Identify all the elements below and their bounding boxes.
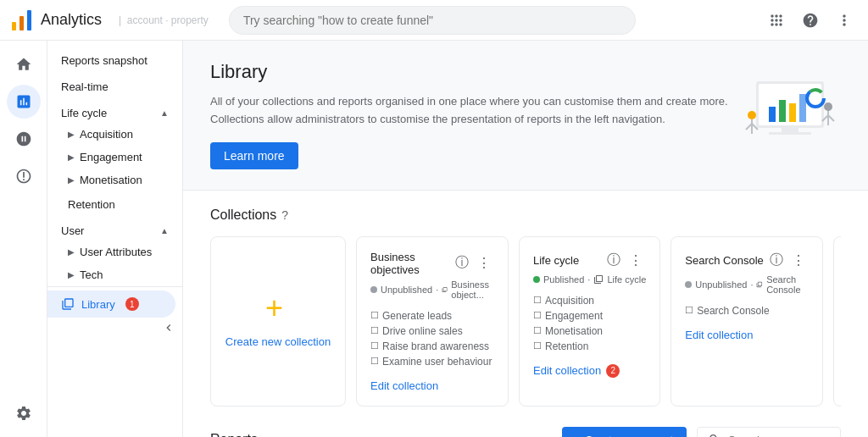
user-attributes-arrow: ▶ xyxy=(68,247,75,257)
more-icon[interactable] xyxy=(831,7,858,34)
card-item-1-3: Retention xyxy=(533,339,646,354)
card-more-1[interactable]: ⋮ xyxy=(626,251,646,271)
reports-header: Reports + Create new report xyxy=(210,427,841,437)
collection-card-0: Business objectives ⓘ ⋮ Unpublished · Bu… xyxy=(356,236,509,407)
card-status-1: Published · Life cycle xyxy=(533,274,646,285)
sidebar-item-retention[interactable]: Retention xyxy=(47,191,182,218)
card-header-2: Search Console ⓘ ⋮ xyxy=(685,251,809,271)
svg-rect-1 xyxy=(19,16,24,30)
svg-text:+: + xyxy=(265,295,283,325)
collections-section: Collections ? + Create new collection xyxy=(183,191,868,427)
sidebar: Reports snapshot Real-time Life cycle ▲ … xyxy=(47,41,183,437)
sidebar-item-library[interactable]: Library 1 xyxy=(47,290,175,318)
hero-banner: Library All of your collections and repo… xyxy=(183,41,868,191)
sidebar-section-lifecycle[interactable]: Life cycle ▲ xyxy=(47,100,182,123)
sidebar-bottom: Library 1 xyxy=(47,286,182,341)
edit-collection-0[interactable]: Edit collection xyxy=(370,379,494,392)
card-icons-2: ⓘ ⋮ xyxy=(766,251,809,271)
collections-title: Collections ? xyxy=(210,207,841,223)
card-info-1[interactable]: ⓘ xyxy=(604,251,624,271)
sidebar-item-engagement[interactable]: ▶ Engagement xyxy=(47,146,182,169)
card-footer-0: Edit collection xyxy=(370,379,494,392)
hero-title: Library xyxy=(210,61,739,83)
sidebar-collapse-btn[interactable] xyxy=(47,318,182,338)
sidebar-item-tech[interactable]: ▶ Tech xyxy=(47,263,182,286)
hero-text: Library All of your collections and repo… xyxy=(210,61,739,169)
create-collection-label: Create new collection xyxy=(225,335,331,348)
card-item-0-1: Drive online sales xyxy=(370,324,494,339)
hero-description: All of your collections and reports orga… xyxy=(210,93,739,129)
status-dot-2 xyxy=(685,281,692,288)
help-icon[interactable] xyxy=(797,7,824,34)
card-more-2[interactable]: ⋮ xyxy=(788,251,809,271)
search-container xyxy=(229,6,636,35)
nav-reports[interactable] xyxy=(7,85,41,119)
card-item-1-0: Acquisition xyxy=(533,293,646,308)
sidebar-item-acquisition[interactable]: ▶ Acquisition xyxy=(47,123,182,146)
svg-rect-9 xyxy=(789,103,796,122)
search-input[interactable] xyxy=(229,6,636,35)
learn-more-button[interactable]: Learn more xyxy=(210,142,298,169)
create-report-button[interactable]: + Create new report xyxy=(562,427,687,437)
main-layout: Reports snapshot Real-time Life cycle ▲ … xyxy=(0,41,868,437)
card-status-2: Unpublished · Search Console xyxy=(685,274,809,295)
app-title: Analytics xyxy=(41,11,102,29)
user-chevron: ▲ xyxy=(160,226,169,235)
app-logo: Analytics xyxy=(10,8,102,32)
collection-card-3: User ⓘ ⋮ Published · User User Attribute… xyxy=(833,236,841,407)
card-item-0-2: Raise brand awareness xyxy=(370,339,494,354)
nav-advertising[interactable] xyxy=(7,159,41,193)
engagement-arrow: ▶ xyxy=(68,152,75,162)
svg-point-13 xyxy=(748,111,756,119)
svg-point-17 xyxy=(824,102,832,111)
card-icons-1: ⓘ ⋮ xyxy=(604,251,646,271)
svg-rect-8 xyxy=(779,100,786,122)
card-title-1: Life cycle xyxy=(533,254,579,267)
sidebar-item-monetisation[interactable]: ▶ Monetisation xyxy=(47,169,182,191)
nav-explore[interactable] xyxy=(7,122,41,156)
reports-search-icon xyxy=(708,433,721,437)
reports-actions: + Create new report xyxy=(562,427,841,437)
reports-title: Reports xyxy=(210,432,258,437)
create-collection-card[interactable]: + Create new collection xyxy=(210,236,346,407)
status-dot-0 xyxy=(370,286,377,293)
reports-search-box xyxy=(697,427,841,437)
svg-line-15 xyxy=(746,124,752,130)
card-title-0: Business objectives xyxy=(370,251,452,276)
card-info-2[interactable]: ⓘ xyxy=(766,251,787,271)
edit-collection-2[interactable]: Edit collection xyxy=(685,329,809,341)
svg-line-20 xyxy=(828,115,834,121)
card-more-0[interactable]: ⋮ xyxy=(474,253,494,274)
svg-rect-6 xyxy=(769,132,811,135)
card-item-2-0: Search Console xyxy=(685,303,809,318)
nav-settings[interactable] xyxy=(7,396,41,430)
card-item-1-2: Monetisation xyxy=(533,324,646,339)
card-header-0: Business objectives ⓘ ⋮ xyxy=(370,251,494,276)
nav-home[interactable] xyxy=(7,47,41,81)
edit-collection-1[interactable]: Edit collection 2 xyxy=(533,364,646,378)
card-info-0[interactable]: ⓘ xyxy=(452,253,472,274)
collections-help-icon[interactable]: ? xyxy=(281,208,288,222)
card-footer-2: Edit collection xyxy=(685,329,809,341)
plus-icon: + xyxy=(261,295,295,329)
card-item-0-3: Examine user behaviour xyxy=(370,354,494,369)
monetisation-arrow: ▶ xyxy=(68,175,75,185)
card-header-1: Life cycle ⓘ ⋮ xyxy=(533,251,646,271)
content-area: Library All of your collections and repo… xyxy=(183,41,868,437)
hero-illustration xyxy=(739,73,841,158)
svg-rect-7 xyxy=(769,107,776,122)
icon-strip-bottom xyxy=(7,396,41,430)
reports-section: Reports + Create new report Type xyxy=(183,427,868,437)
sidebar-item-realtime[interactable]: Real-time xyxy=(47,74,182,100)
reports-search-input[interactable] xyxy=(728,434,830,437)
sidebar-item-user-attributes[interactable]: ▶ User Attributes xyxy=(47,241,182,263)
sidebar-item-snapshot[interactable]: Reports snapshot xyxy=(47,47,182,74)
lifecycle-chevron: ▲ xyxy=(160,108,169,118)
card-title-2: Search Console xyxy=(685,254,764,267)
svg-rect-2 xyxy=(27,10,31,30)
acquisition-arrow: ▶ xyxy=(68,130,75,139)
sidebar-section-user[interactable]: User ▲ xyxy=(47,218,182,241)
topbar-icons xyxy=(763,7,858,34)
apps-icon[interactable] xyxy=(763,7,790,34)
collections-cards-row: + Create new collection Business objecti… xyxy=(210,236,841,410)
